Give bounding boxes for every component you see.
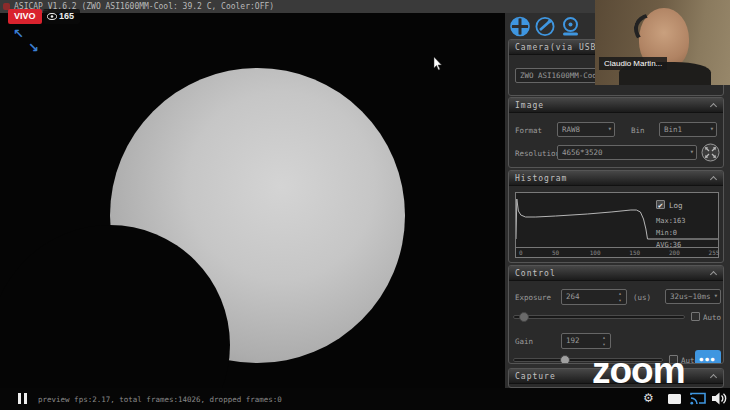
exposure-auto-label: Auto: [703, 313, 721, 322]
x-tick: 200: [669, 249, 680, 256]
chevron-down-icon: ▾: [710, 123, 714, 136]
volume-icon[interactable]: [712, 392, 727, 405]
histogram-x-axis: [516, 247, 718, 248]
image-section-header[interactable]: Image: [509, 98, 723, 113]
histogram-plot: [516, 195, 718, 243]
control-section-header[interactable]: Control: [509, 266, 723, 281]
exposure-auto-checkbox[interactable]: [691, 312, 700, 321]
camera-icon[interactable]: [559, 16, 582, 37]
stream-video-area[interactable]: ↖ ↘: [0, 13, 505, 388]
spinner-arrows-icon[interactable]: ▴▾: [600, 334, 608, 348]
live-badge: VIVO: [8, 9, 42, 24]
theater-mode-icon[interactable]: [668, 394, 681, 404]
resolution-value: 4656*3520: [562, 148, 603, 157]
log-checkbox[interactable]: ✔: [656, 200, 665, 209]
format-value: RAW8: [562, 125, 580, 134]
mouse-cursor: [433, 57, 443, 71]
focuser-pad-icon[interactable]: [509, 16, 532, 37]
more-controls-button[interactable]: ●●●: [695, 350, 721, 364]
resolution-label: Resolution: [515, 149, 560, 158]
chevron-down-icon: ▾: [690, 146, 694, 159]
arrow-down-right-icon: ↘: [28, 40, 39, 55]
capture-section-title: Capture: [515, 372, 556, 381]
gain-label: Gain: [515, 337, 533, 346]
pause-icon: [24, 393, 27, 404]
resolution-select[interactable]: 4656*3520 ▾: [557, 145, 697, 160]
x-tick: 50: [552, 249, 559, 256]
histogram-max: Max:163: [656, 217, 686, 225]
collapse-chevron-icon: [710, 103, 717, 110]
control-section-title: Control: [515, 269, 556, 278]
histogram-graph: 0 50 100 150 200 255 ✔ Log Max:163 Min:0…: [515, 192, 719, 258]
guide-scope-icon[interactable]: [534, 16, 557, 37]
x-tick: 100: [590, 249, 601, 256]
arrow-up-left-icon: ↖: [13, 26, 24, 41]
exposure-input[interactable]: 264 ▴▾: [561, 289, 627, 305]
camera-device-name: ZWO ASI1600MM-Cool: [520, 71, 601, 80]
format-label: Format: [515, 126, 542, 135]
cast-icon[interactable]: [690, 392, 706, 405]
image-section-title: Image: [515, 101, 544, 110]
viewer-count-badge: 165: [43, 9, 80, 24]
webcam-name-label: Claudio Martin...: [599, 57, 667, 70]
exposure-range-select[interactable]: 32us~10ms ▾: [665, 289, 721, 304]
settings-gear-icon[interactable]: ⚙: [643, 391, 654, 405]
collapse-chevron-icon: [710, 374, 717, 381]
histogram-section: Histogram 0 50 100 150 200 255 ✔ Log Max…: [508, 170, 724, 263]
headset-icon: [628, 5, 698, 63]
pause-icon: [18, 393, 21, 404]
histogram-curve: [516, 199, 718, 239]
gain-slider-thumb[interactable]: [560, 355, 570, 364]
exposure-label: Exposure: [515, 293, 551, 302]
bin-value: Bin1: [664, 125, 682, 134]
zoom-watermark: zoom: [592, 350, 685, 392]
eye-icon: [47, 13, 57, 20]
format-select[interactable]: RAW8 ▾: [557, 122, 615, 137]
pause-button[interactable]: [18, 393, 30, 404]
histogram-min: Min:0: [656, 229, 677, 237]
bin-select[interactable]: Bin1 ▾: [659, 122, 717, 137]
chevron-down-icon: ▾: [714, 290, 718, 303]
collapse-chevron-icon: [710, 271, 717, 278]
bin-label: Bin: [631, 126, 645, 135]
image-section: Image Format RAW8 ▾ Bin Bin1 ▾ Resolutio…: [508, 97, 724, 168]
histogram-section-title: Histogram: [515, 174, 567, 183]
ellipsis-icon: ●●●: [700, 355, 717, 362]
x-tick: 255: [709, 249, 720, 256]
exposure-slider-thumb[interactable]: [519, 312, 529, 322]
exposure-slider[interactable]: [513, 315, 685, 319]
spinner-arrows-icon[interactable]: ▴▾: [616, 290, 624, 304]
histogram-avg: AVG:36: [656, 241, 681, 249]
exposure-value: 264: [566, 292, 580, 301]
gain-input[interactable]: 192 ▴▾: [561, 333, 611, 349]
chevron-down-icon: ▾: [608, 123, 612, 136]
player-bar: preview fps:2.17, total frames:14026, dr…: [0, 388, 730, 410]
gain-value: 192: [566, 336, 580, 345]
viewer-count: 165: [59, 11, 74, 21]
exposure-unit: (us): [633, 293, 651, 302]
x-tick: 150: [629, 249, 640, 256]
collapse-chevron-icon: [710, 176, 717, 183]
histogram-section-header[interactable]: Histogram: [509, 171, 723, 186]
x-tick: 0: [519, 249, 523, 256]
log-label: Log: [669, 201, 683, 210]
webcam-video: Claudio Martin...: [595, 0, 730, 85]
roi-expand-button[interactable]: [701, 143, 720, 162]
exposure-range-value: 32us~10ms: [670, 292, 711, 301]
capture-status-text: preview fps:2.17, total frames:14026, dr…: [38, 395, 282, 404]
